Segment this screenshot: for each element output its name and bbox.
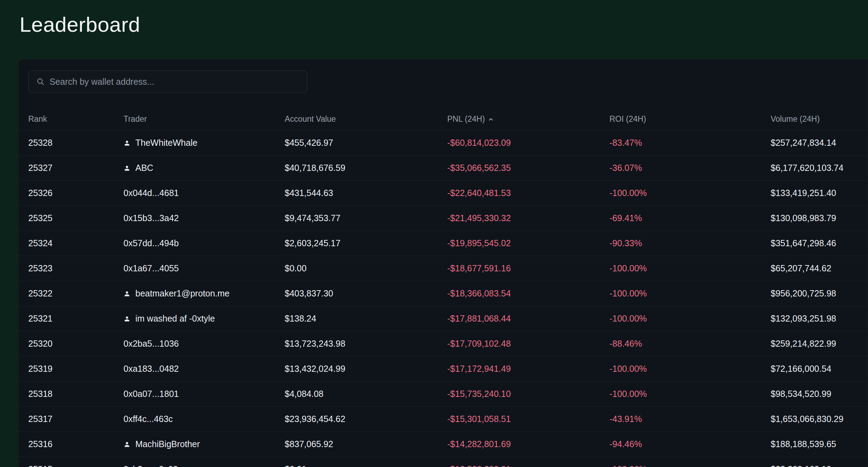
pnl-cell: -$21,495,330.32 (447, 213, 609, 223)
pnl-cell: -$60,814,023.09 (447, 138, 609, 148)
roi-cell: -100.00% (609, 288, 771, 299)
rank-cell: 25322 (28, 288, 124, 299)
trader-cell: 0xff4c...463c (124, 414, 285, 424)
account-value-cell: $837,065.92 (285, 439, 447, 449)
table-row[interactable]: 25317 0xff4c...463c $23,936,454.62 -$15,… (18, 407, 868, 432)
table-row[interactable]: 25325 0x15b3...3a42 $9,474,353.77 -$21,4… (18, 206, 868, 231)
roi-cell: -88.46% (609, 339, 771, 349)
table-row[interactable]: 25327 ABC $40,718,676.59 -$35,066,562.35… (18, 156, 868, 181)
column-header-label: Rank (28, 114, 47, 124)
column-header-account-value[interactable]: Account Value (285, 114, 447, 124)
sort-ascending-icon (488, 116, 494, 123)
volume-cell: $133,419,251.40 (771, 188, 858, 198)
roi-cell: -90.33% (609, 238, 771, 248)
roi-cell: -83.47% (609, 138, 771, 148)
table-row[interactable]: 25324 0x57dd...494b $2,603,245.17 -$19,8… (18, 231, 868, 256)
account-value-cell: $23,936,454.62 (285, 414, 447, 424)
rank-cell: 25318 (28, 389, 124, 399)
trader-cell: im washed af -0xtyle (124, 314, 285, 324)
user-icon (124, 315, 130, 322)
account-value-cell: $0.00 (285, 263, 447, 273)
trader-name: TheWhiteWhale (135, 138, 197, 148)
trader-name: 0x2ba5...1036 (124, 339, 179, 349)
roi-cell: -69.41% (609, 213, 771, 223)
volume-cell: $65,207,744.62 (771, 263, 858, 273)
roi-cell: -100.00% (609, 364, 771, 374)
rank-cell: 25316 (28, 439, 124, 449)
trader-cell: 0x15b3...3a42 (124, 213, 285, 223)
rank-cell: 25324 (28, 238, 124, 248)
user-icon (124, 290, 130, 297)
trader-cell: 0xb2ca...9c63 (124, 464, 285, 467)
volume-cell: $22,868,162.19 (771, 464, 858, 467)
column-header-pnl[interactable]: PNL (24H) (447, 114, 609, 124)
table-row[interactable]: 25320 0x2ba5...1036 $13,723,243.98 -$17,… (18, 331, 868, 356)
pnl-cell: -$19,895,545.02 (447, 238, 609, 248)
account-value-cell: $403,837.30 (285, 288, 447, 299)
user-icon (124, 165, 130, 172)
pnl-cell: -$15,301,058.51 (447, 414, 609, 424)
pnl-cell: -$22,640,481.53 (447, 188, 609, 198)
table-row[interactable]: 25318 0x0a07...1801 $4,084.08 -$15,735,2… (18, 382, 868, 407)
column-header-volume[interactable]: Volume (24H) (771, 114, 858, 124)
volume-cell: $132,093,251.98 (771, 314, 858, 324)
rank-cell: 25315 (28, 464, 124, 467)
trader-name: 0x15b3...3a42 (124, 213, 179, 223)
roi-cell: -100.00% (609, 389, 771, 399)
trader-cell: 0x2ba5...1036 (124, 339, 285, 349)
column-header-label: ROI (24H) (609, 114, 646, 124)
volume-cell: $130,098,983.79 (771, 213, 858, 223)
trader-name: 0x044d...4681 (124, 188, 179, 198)
trader-cell: TheWhiteWhale (124, 138, 285, 148)
search-box[interactable] (28, 70, 307, 93)
table-row[interactable]: 25326 0x044d...4681 $431,544.63 -$22,640… (18, 181, 868, 206)
pnl-cell: -$18,677,591.16 (447, 263, 609, 273)
table-row[interactable]: 25322 beatmaker1@proton.me $403,837.30 -… (18, 281, 868, 306)
pnl-cell: -$13,520,260.01 (447, 464, 609, 467)
account-value-cell: $4,084.08 (285, 389, 447, 399)
column-header-roi[interactable]: ROI (24H) (609, 114, 771, 124)
trader-name: im washed af -0xtyle (135, 314, 215, 324)
user-icon (124, 441, 130, 448)
volume-cell: $6,177,620,103.74 (771, 163, 858, 173)
roi-cell: -43.91% (609, 414, 771, 424)
account-value-cell: $9,474,353.77 (285, 213, 447, 223)
rank-cell: 25323 (28, 263, 124, 273)
table-row[interactable]: 25328 TheWhiteWhale $455,426.97 -$60,814… (18, 130, 868, 156)
user-icon (124, 140, 130, 146)
table-row[interactable]: 25319 0xa183...0482 $13,432,024.99 -$17,… (18, 356, 868, 382)
trader-cell: ABC (124, 163, 285, 173)
trader-name: 0x57dd...494b (124, 238, 179, 248)
account-value-cell: $13,723,243.98 (285, 339, 447, 349)
volume-cell: $98,534,520.99 (771, 389, 858, 399)
volume-cell: $188,188,539.65 (771, 439, 858, 449)
volume-cell: $1,653,066,830.29 (771, 414, 858, 424)
search-icon (36, 77, 45, 86)
rank-cell: 25326 (28, 188, 124, 198)
table-row[interactable]: 25316 MachiBigBrother $837,065.92 -$14,2… (18, 432, 868, 457)
column-header-rank[interactable]: Rank (28, 114, 124, 124)
table-row[interactable]: 25323 0x1a67...4055 $0.00 -$18,677,591.1… (18, 256, 868, 281)
roi-cell: -100.00% (609, 188, 771, 198)
account-value-cell: $431,544.63 (285, 188, 447, 198)
trader-name: 0xb2ca...9c63 (124, 464, 178, 467)
trader-cell: 0x1a67...4055 (124, 263, 285, 273)
trader-cell: MachiBigBrother (124, 439, 285, 449)
page-title: Leaderboard (20, 13, 868, 37)
roi-cell: -94.46% (609, 439, 771, 449)
table-header-row: Rank Trader Account Value PNL (24H) ROI … (18, 108, 868, 130)
pnl-cell: -$35,066,562.35 (447, 163, 609, 173)
roi-cell: -36.07% (609, 163, 771, 173)
rank-cell: 25321 (28, 314, 124, 324)
rank-cell: 25320 (28, 339, 124, 349)
column-header-trader[interactable]: Trader (124, 114, 285, 124)
table-body: 25328 TheWhiteWhale $455,426.97 -$60,814… (18, 130, 868, 467)
trader-name: beatmaker1@proton.me (135, 288, 230, 299)
account-value-cell: $0.01 (285, 464, 447, 467)
search-input[interactable] (50, 77, 299, 87)
trader-name: 0x0a07...1801 (124, 389, 179, 399)
table-row[interactable]: 25315 0xb2ca...9c63 $0.01 -$13,520,260.0… (18, 457, 868, 467)
rank-cell: 25327 (28, 163, 124, 173)
column-header-label: Trader (124, 114, 147, 124)
table-row[interactable]: 25321 im washed af -0xtyle $138.24 -$17,… (18, 306, 868, 331)
